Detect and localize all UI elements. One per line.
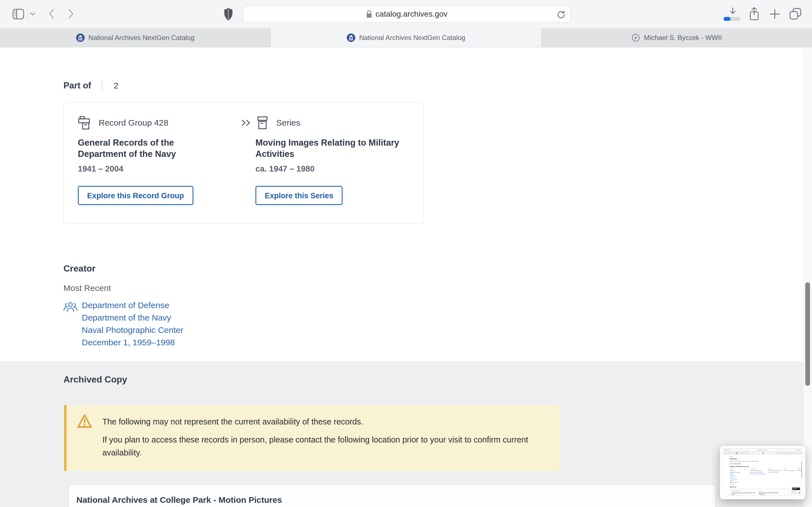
explore-series-button[interactable]: Explore this Series: [255, 186, 343, 205]
toolbar-divider: [28, 7, 28, 21]
mini-part-of-card: Record Group 428 General Records of the …: [730, 489, 789, 496]
download-progress: [723, 17, 741, 21]
use-status: Use: Undetermined: [730, 463, 802, 464]
tab-byczek-wwii[interactable]: Michael S. Byczek - WWII: [541, 28, 812, 47]
series-title: Moving Images Relating to Military Activ…: [255, 137, 415, 160]
series-type-label: Series: [276, 118, 300, 128]
tab-overview-icon[interactable]: [789, 7, 802, 20]
part-of-count: 2: [114, 81, 118, 91]
warning-line-2: If you plan to access these records in p…: [102, 433, 548, 459]
mini-toolbar: catalog.archives.gov: [723, 448, 802, 452]
nested-preview-thumbnail: [792, 487, 801, 494]
safari-window: catalog.archives.gov: [0, 0, 812, 507]
creator-link[interactable]: Department of Defense: [82, 299, 183, 312]
reload-icon[interactable]: [556, 9, 566, 20]
warning-icon: [77, 414, 93, 429]
part-of-header: Part of 2: [63, 81, 118, 91]
creator-link[interactable]: Naval Photographic Center: [82, 324, 183, 336]
url-text: catalog.archives.gov: [375, 10, 448, 18]
chevron-down-icon[interactable]: [30, 12, 35, 16]
mini-url-pill: catalog.archives.gov: [747, 449, 778, 452]
creator-subheading: Most Recent: [63, 283, 111, 293]
part-of-card: Record Group 428 General Records of the …: [63, 102, 424, 223]
record-group-icon: [78, 115, 93, 130]
tab-label: Michael S. Byczek - WWII: [644, 34, 722, 42]
mini-scrollbar: [801, 461, 802, 478]
tab-catalog-2-active[interactable]: National Archives NextGen Catalog: [271, 28, 541, 47]
tab-catalog-1[interactable]: National Archives NextGen Catalog: [0, 28, 271, 47]
double-chevron-icon: [241, 117, 252, 129]
archives-favicon: [76, 34, 85, 42]
location-card: National Archives at College Park - Moti…: [68, 485, 715, 507]
explore-record-group-button[interactable]: Explore this Record Group: [78, 186, 193, 205]
lock-icon: [366, 10, 372, 18]
record-group-date: 1941 – 2004: [78, 164, 241, 173]
hierarchy-chevron: [241, 115, 255, 223]
forward-icon[interactable]: [68, 8, 74, 19]
download-icon[interactable]: [728, 7, 737, 16]
creator-link[interactable]: Department of the Navy: [82, 312, 183, 324]
browser-toolbar: catalog.archives.gov: [0, 0, 812, 28]
new-tab-icon[interactable]: [769, 8, 780, 20]
mini-tab-strip: [723, 452, 802, 455]
series-date: ca. 1947 – 1980: [255, 164, 415, 173]
tab-strip: National Archives NextGen Catalog Nation…: [0, 28, 812, 47]
record-group-column: Record Group 428 General Records of the …: [78, 115, 241, 223]
back-icon[interactable]: [48, 8, 55, 19]
part-of-heading: Part of: [63, 81, 91, 91]
series-column: Series Moving Images Relating to Militar…: [255, 115, 415, 223]
record-group-title: General Records of the Department of the…: [78, 137, 196, 160]
availability-warning: The following may not represent the curr…: [64, 405, 560, 471]
mini-page-content: 1960. Edit Status: Audiovisual record(s)…: [723, 455, 802, 495]
tab-label: National Archives NextGen Catalog: [89, 34, 195, 42]
scrollbar-track[interactable]: [803, 47, 812, 507]
share-icon[interactable]: [748, 7, 760, 21]
sidebar-toggle-icon[interactable]: [12, 9, 24, 19]
compass-icon: [631, 34, 640, 42]
record-group-type-label: Record Group 428: [99, 118, 168, 128]
mini-browser-window: catalog.archives.gov 1960. Edit Status: …: [723, 448, 802, 496]
scrollbar-thumb[interactable]: [805, 282, 810, 386]
screen-preview-thumbnail[interactable]: catalog.archives.gov 1960. Edit Status: …: [720, 446, 806, 499]
tab-label: National Archives NextGen Catalog: [359, 34, 465, 42]
creator-entry: Department of DefenseDepartment of the N…: [63, 299, 183, 349]
location-heading: National Archives at College Park - Moti…: [77, 495, 282, 505]
creator-heading: Creator: [63, 264, 96, 274]
archives-favicon: [347, 34, 355, 42]
creator-link[interactable]: December 1, 1959–1998: [82, 336, 183, 349]
archived-copy-heading: Archived Copy: [63, 375, 127, 385]
download-progress-fill: [723, 17, 730, 21]
people-group-icon: [63, 299, 78, 349]
privacy-shield-icon[interactable]: [224, 8, 233, 20]
series-icon: [255, 115, 270, 130]
creator-link-list: Department of DefenseDepartment of the N…: [82, 299, 183, 349]
url-field[interactable]: catalog.archives.gov: [243, 5, 571, 23]
warning-line-1: The following may not represent the curr…: [102, 415, 548, 428]
heading-divider: [102, 81, 102, 91]
